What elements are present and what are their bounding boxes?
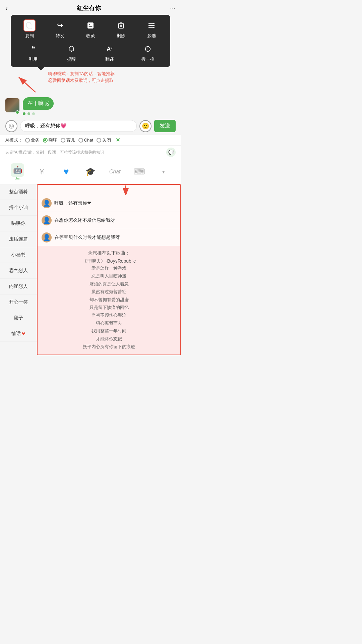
collect-icon (84, 19, 97, 32)
close-ai-mode-button[interactable]: ✕ (116, 137, 120, 143)
mode-haichat-label: 嗨聊 (49, 137, 57, 143)
mode-haichat[interactable]: 嗨聊 (43, 137, 57, 143)
suggestion-item-2[interactable]: 👤 在想你怎么还不发信息给我呀 (38, 212, 180, 229)
delete-icon (115, 19, 127, 32)
message-input[interactable] (20, 120, 137, 132)
sidebar-item-feihua[interactable]: 废话连篇 (0, 231, 37, 247)
toolbar-chat-text[interactable]: Chat (105, 167, 125, 176)
copy-menu-item[interactable]: 复制 (18, 19, 41, 39)
toolbar-more[interactable]: ▼ (154, 168, 174, 176)
sidebar-item-baqiren[interactable]: 霸气怼人 (0, 263, 37, 279)
back-button[interactable]: ‹ (5, 4, 8, 12)
lyric-2: 麻烦的真是让人着急 (42, 280, 176, 288)
context-menu-row-2: ❝ 引用 提醒 A² 翻译 (14, 43, 167, 62)
mode-business-label: 业务 (31, 137, 40, 143)
lyric-7: 狠心离我而去 (42, 319, 176, 327)
suggestion-item-3[interactable]: 👤 在等宝贝什么时候才能想起我呀 (38, 229, 180, 246)
remind-icon (65, 43, 77, 55)
suggestion-text-3: 在等宝贝什么时候才能想起我呀 (54, 234, 120, 240)
sidebar: 整点酒肴 搭个小讪 哄哄你 废话连篇 小秘书 霸气怼人 内涵怼人 开心一笑 段子… (0, 184, 37, 355)
money-icon: ¥ (40, 167, 44, 176)
collect-menu-item[interactable]: 收藏 (79, 19, 102, 39)
keyboard-icon: ⌨ (133, 167, 145, 176)
suggestion-avatar-2: 👤 (42, 215, 52, 225)
sidebar-item-qinghua[interactable]: 情话 ❤ (0, 326, 37, 342)
suggestion-text-2: 在想你怎么还不发信息给我呀 (54, 217, 115, 223)
svg-point-6 (153, 23, 154, 24)
toolbar-money[interactable]: ¥ (32, 166, 52, 178)
chat-message-bubble: 在干嘛呢 (23, 97, 54, 110)
toolbar-robot[interactable]: 🤖 chat (7, 162, 27, 181)
quote-icon: ❝ (27, 43, 39, 55)
suggestion-avatar-1: 👤 (42, 198, 52, 208)
radio-business-circle (25, 138, 30, 143)
svg-rect-5 (119, 24, 124, 29)
mode-off[interactable]: 关闭 (97, 137, 111, 143)
lyric-5: 只是留下惨痛的回忆 (42, 304, 176, 311)
toolbar-heart[interactable]: ♥ (56, 165, 76, 178)
mode-business[interactable]: 业务 (25, 137, 40, 143)
suggestion-text-1: 呼吸，还有想你❤ (54, 200, 91, 206)
heart-decoration: ❤ (21, 331, 25, 336)
typing-indicator (23, 112, 54, 115)
song-header: 为您推荐以下歌曲： (42, 250, 176, 256)
remind-menu-item[interactable]: 提醒 (60, 43, 83, 62)
mode-parenting[interactable]: 育儿 (61, 137, 75, 143)
svg-point-3 (89, 24, 90, 25)
more-button[interactable]: ··· (170, 4, 176, 12)
lyric-4: 却不曾拥有爱的甜蜜 (42, 296, 176, 304)
sidebar-item-xiaomishu[interactable]: 小秘书 (0, 247, 37, 263)
mode-off-label: 关闭 (102, 137, 111, 143)
online-indicator (15, 110, 19, 114)
suggestion-avatar-3: 👤 (42, 232, 52, 243)
robot-label: chat (15, 177, 20, 180)
sidebar-item-duanzi[interactable]: 段子 (0, 310, 37, 326)
multiselect-menu-item[interactable]: 多选 (140, 19, 163, 39)
mode-parenting-label: 育儿 (66, 137, 75, 143)
chat-message-text: 在干嘛呢 (27, 100, 49, 106)
ai-mode-label: Ai模式： (5, 137, 22, 143)
radio-chat-circle (78, 138, 83, 143)
page-title: 红尘有你 (77, 4, 101, 12)
sidebar-item-neihanziren[interactable]: 内涵怼人 (0, 279, 37, 294)
sidebar-item-hou[interactable]: 哄哄你 (0, 216, 37, 231)
multiselect-icon (145, 19, 158, 32)
search-one-label: 搜一搜 (141, 56, 155, 62)
toolbar-graduation[interactable]: 🎓 (80, 166, 101, 178)
hint-bar: 选定"Ai模式"后，复制一段话，可推荐该模式相关的知识 💬 (0, 145, 181, 159)
forward-menu-item[interactable]: ↪ 转发 (48, 19, 72, 39)
delete-menu-item[interactable]: 删除 (109, 19, 133, 39)
mode-chat[interactable]: Chat (78, 138, 93, 143)
lyric-1: 总是叫人目眩神迷 (42, 272, 176, 280)
translate-menu-item[interactable]: A² 翻译 (98, 43, 121, 62)
song-recommendations: 为您推荐以下歌曲： 《干嘛去》-BoysRepublic 爱是怎样一种游戏 总是… (38, 246, 180, 355)
sidebar-item-zhengdian[interactable]: 整点酒肴 (0, 184, 37, 200)
voice-button[interactable] (5, 120, 17, 132)
quote-menu-item[interactable]: ❝ 引用 (21, 43, 45, 62)
top-bar: ‹ 红尘有你 ··· (0, 0, 181, 15)
svg-point-8 (153, 27, 154, 28)
quote-label: 引用 (29, 56, 38, 62)
suggestion-item-1[interactable]: 👤 呼吸，还有想你❤ (38, 195, 180, 212)
translate-icon: A² (104, 43, 116, 55)
search-menu-item[interactable]: 搜一搜 (136, 43, 160, 62)
emoji-button[interactable]: 🙂 (139, 120, 152, 132)
more-arrow-icon: ▼ (161, 169, 166, 174)
svg-point-7 (153, 25, 154, 26)
hint-text: 选定"Ai模式"后，复制一段话，可推荐该模式相关的知识 (5, 150, 164, 155)
song-lyrics: 爱是怎样一种游戏 总是叫人目眩神迷 麻烦的真是让人着急 虽然有过短暂曾经 却不曾… (42, 264, 176, 351)
mode-chat-label: Chat (84, 138, 93, 143)
lyric-10: 抚平内心所有你留下的痕迹 (42, 343, 176, 351)
input-area: 🙂 发送 (0, 117, 181, 135)
sidebar-item-da[interactable]: 搭个小讪 (0, 200, 37, 216)
delete-label: 删除 (117, 33, 125, 39)
svg-rect-2 (88, 23, 94, 29)
radio-haichat-circle (43, 138, 48, 143)
sidebar-item-kaixin[interactable]: 开心一笑 (0, 294, 37, 310)
svg-rect-1 (28, 24, 32, 29)
heart-icon: ♥ (63, 166, 69, 177)
context-menu-row-1: 复制 ↪ 转发 收藏 (14, 19, 167, 39)
send-button[interactable]: 发送 (154, 120, 176, 132)
translate-label: 翻译 (105, 56, 114, 62)
toolbar-keyboard[interactable]: ⌨ (129, 166, 149, 178)
